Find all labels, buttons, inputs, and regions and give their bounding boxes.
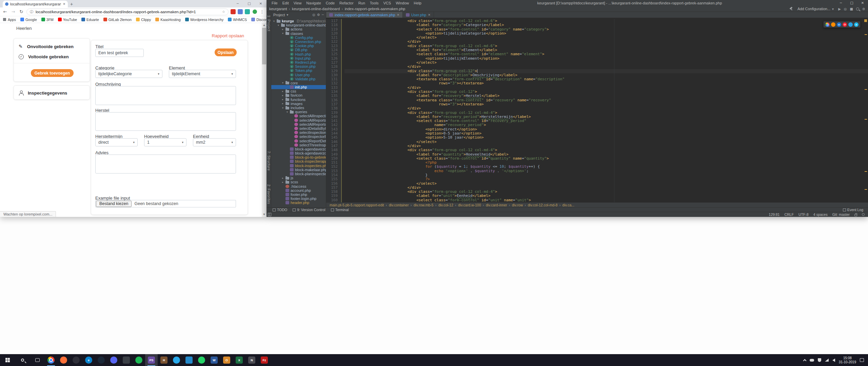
tool-window-switcher-icon[interactable]	[268, 213, 271, 216]
menu-code[interactable]: Code	[323, 1, 337, 5]
tool-window-button-structure[interactable]: 7: Structure	[267, 151, 271, 171]
back-icon[interactable]: ←	[2, 9, 8, 14]
menu-tools[interactable]: Tools	[368, 1, 381, 5]
taskbar-app-excel[interactable]: X	[233, 354, 245, 366]
breadcrumb-div-col-12[interactable]: div.col-12	[438, 203, 453, 207]
breadcrumb-div-row-mb-5[interactable]: div.row.mb-5	[414, 203, 434, 207]
inspections-indicator-icon[interactable]	[862, 213, 865, 216]
url-text[interactable]: localhost/keurgarant/keurgarant-online-d…	[36, 10, 220, 14]
forward-icon[interactable]: →	[10, 9, 16, 14]
editor-tab-user-php[interactable]: User.php✕	[403, 12, 434, 18]
advies-textarea[interactable]	[95, 155, 236, 174]
breadcrumb-div-card-w-100[interactable]: div.card.w-100	[458, 203, 481, 207]
tree-item-block-go-to-gebreken-php[interactable]: block-go-to-gebreken.php	[271, 155, 326, 159]
opera-icon[interactable]: O	[843, 22, 847, 27]
code-line[interactable]: name="recovery_period">	[344, 123, 868, 127]
network-icon[interactable]	[825, 359, 829, 362]
close-icon[interactable]: ✕	[857, 0, 868, 6]
tree-item-block-makelaar-php[interactable]: block-makelaar.php	[271, 168, 326, 172]
bookmark-gitlab-2lemon[interactable]: GitLab 2lemon	[103, 18, 132, 22]
hoeveelheid-select[interactable]: 1 ▾	[144, 138, 186, 146]
ie-icon[interactable]: e	[854, 22, 859, 27]
start-button[interactable]	[0, 354, 15, 366]
bookmark-3fm[interactable]: 3FM	[41, 18, 54, 22]
breadcrumb-main-pt-5-pb-5-rapport-rapport-edit[interactable]: main.pt-5.pb-5.rapport.rapport-edit	[330, 203, 384, 207]
rapport-opslaan-link[interactable]: Rapport opslaan	[212, 33, 244, 38]
taskbar-app-spotify[interactable]	[133, 354, 145, 366]
tree-item-block-agendaverzoek-in-php[interactable]: block-agendaverzoek-in.php	[271, 147, 326, 151]
menu-edit[interactable]: Edit	[280, 1, 291, 5]
scroll-up-icon[interactable]: ▲	[262, 23, 267, 27]
write-lock-icon[interactable]	[854, 214, 857, 216]
bookmark-wordpress-hierarchy[interactable]: Wordpress Hierarchy	[185, 18, 223, 22]
code-line[interactable]: <select class="form-control" id="unit" n…	[344, 198, 868, 202]
firefox-icon[interactable]	[831, 22, 835, 27]
taskbar-clock[interactable]: 15:08 31-10-2019	[839, 356, 856, 364]
code-area[interactable]: <div class="form-group col-12 col-md-6">…	[342, 19, 868, 202]
scrollbar-thumb[interactable]	[262, 28, 266, 64]
menu-view[interactable]: View	[291, 1, 304, 5]
taskbar-app-firefox[interactable]	[57, 354, 70, 366]
tree-item-input-php[interactable]: cInput.php	[271, 56, 326, 60]
bookmark-google[interactable]: Google	[20, 18, 37, 22]
tree-item-block-inspectierapport-informat[interactable]: block-inspectierapport-informat...	[271, 159, 326, 163]
tab-close-icon[interactable]: ✕	[428, 13, 431, 17]
event-log-button[interactable]: Event Log	[843, 208, 863, 212]
safari-icon[interactable]	[848, 22, 853, 27]
hide-panel-icon[interactable]: ─	[322, 13, 324, 17]
tree-item-session-php[interactable]: cSession.php	[271, 64, 326, 68]
tree-item-selectallinspections-php[interactable]: selectAllInspections.php	[271, 114, 326, 118]
categorie-select[interactable]: tijdelijkeCategorie ▾	[95, 70, 162, 78]
tree-item-config-php[interactable]: cConfig.php	[271, 36, 326, 40]
taskbar-app-phpstorm[interactable]: PS	[145, 354, 158, 366]
line-separator[interactable]: CRLF	[784, 212, 793, 217]
tree-item-js[interactable]: ▸js	[271, 176, 326, 180]
taskbar-app-chrome[interactable]	[45, 354, 57, 366]
code-line[interactable]: </select>	[344, 140, 868, 144]
tree-item-user-php[interactable]: cUser.php	[271, 73, 326, 77]
sidebar-item-onvoltooide-gebreken[interactable]: ✎ Onvoltooide gebreken	[19, 43, 86, 50]
element-select[interactable]: tijdelijkElement ▾	[169, 70, 236, 78]
taskbar-app-vscode[interactable]	[183, 354, 195, 366]
tree-item-selectallreportsbyid-php[interactable]: selectAllReportsByID.php	[271, 122, 326, 126]
tree-item-images[interactable]: ▸images	[271, 102, 326, 106]
browser-menu-icon[interactable]: ⋮	[260, 9, 264, 14]
omschrijving-textarea[interactable]	[95, 86, 236, 105]
taskbar-app-filezilla[interactable]: Fz	[258, 354, 271, 366]
menu-refactor[interactable]: Refactor	[337, 1, 356, 5]
taskbar-app-heidisql[interactable]: H	[158, 354, 170, 366]
gebrek-toevoegen-button[interactable]: Gebrek toevoegen	[31, 69, 74, 77]
tree-item-css[interactable]: ▸css	[271, 89, 326, 93]
close-icon[interactable]: ✕	[255, 0, 267, 7]
code-line[interactable]: <select class="form-control" id="element…	[344, 52, 868, 56]
code-line[interactable]: rows="3"></textarea>	[344, 102, 868, 106]
tree-item-cookie-php[interactable]: cCookie.php	[271, 44, 326, 48]
tree-item-keurgarant[interactable]: ▾keurgarantD:\xampp\htdocs\keurgarant	[271, 19, 326, 23]
edge-icon[interactable]: e	[837, 22, 841, 27]
tree-item-functions[interactable]: ▸functions	[271, 98, 326, 102]
bookmark-discord[interactable]: Discord	[251, 18, 267, 22]
tree-item-favicon[interactable]: ▸favicon	[271, 93, 326, 97]
bookmark-kaashosting[interactable]: KaasHosting	[155, 18, 181, 22]
bookmark-apps[interactable]: Apps	[3, 18, 16, 22]
breadcrumb-div-row[interactable]: div.row	[512, 203, 523, 207]
tree-item-footer-login-php[interactable]: footer-login.php	[271, 197, 326, 201]
tree-item-selectreportdetailsbyeleme[interactable]: selectReportDetailsByEleme...	[271, 139, 326, 143]
bookmark-clippy[interactable]: Clippy	[136, 18, 151, 22]
minimize-icon[interactable]: ─	[232, 0, 243, 7]
code-line[interactable]: </select>	[344, 36, 868, 40]
build-hammer-icon[interactable]	[789, 7, 793, 11]
menu-navigate[interactable]: Navigate	[304, 1, 323, 5]
taskbar-app-discord[interactable]	[107, 354, 120, 366]
bookmark-whmcs[interactable]: WHMCS	[228, 18, 247, 22]
file-input[interactable]: Bestand kiezen Geen bestand gekozen	[95, 200, 236, 207]
run-configurations-dropdown[interactable]: Add Configuration... ▾	[796, 7, 835, 11]
tree-item-token-php[interactable]: cToken.php	[271, 68, 326, 73]
browser-tab[interactable]: localhost/keurgarant/keurgarant... ✕	[3, 1, 68, 7]
onedrive-icon[interactable]	[810, 359, 814, 362]
taskbar-app-word[interactable]: W	[208, 354, 220, 366]
project-panel-title[interactable]: Project	[273, 13, 285, 17]
taskbar-app-outlook[interactable]: O	[220, 354, 233, 366]
menu-window[interactable]: Window	[393, 1, 411, 5]
sidebar-item-inspectiegegevens[interactable]: Inspectiegegevens	[19, 89, 86, 97]
